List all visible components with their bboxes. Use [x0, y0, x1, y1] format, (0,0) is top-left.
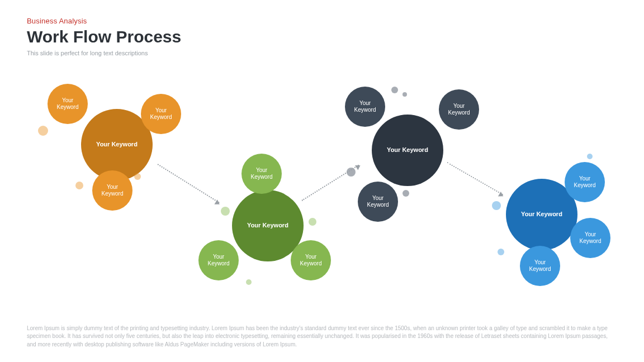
sat-label: YourKeyword — [354, 100, 376, 114]
dot-icon — [391, 87, 398, 93]
dot-icon — [492, 201, 501, 210]
cluster-blue-main: Your Keyword — [506, 179, 577, 250]
arrow-icon — [447, 162, 504, 195]
sat-label: YourKeyword — [150, 107, 172, 121]
sat-label: YourKeyword — [300, 254, 322, 268]
cluster-orange-main: Your Keyword — [81, 109, 153, 180]
cluster-blue-sat: YourKeyword — [570, 218, 610, 258]
cluster-blue-sat: YourKeyword — [520, 246, 560, 286]
dot-icon — [402, 190, 409, 197]
dot-icon — [309, 218, 316, 226]
category-label: Business Analysis — [27, 17, 617, 25]
sat-label: YourKeyword — [529, 259, 551, 273]
cluster-green-sat: YourKeyword — [291, 240, 331, 280]
dot-icon — [75, 182, 83, 189]
slide-header: Business Analysis Work Flow Process This… — [0, 0, 644, 56]
dot-icon — [498, 249, 504, 255]
footer-paragraph: Lorem Ipsum is simply dummy text of the … — [27, 325, 617, 349]
dot-icon — [246, 279, 252, 285]
dot-icon — [347, 168, 356, 177]
sat-label: YourKeyword — [574, 175, 596, 189]
cluster-green-sat: YourKeyword — [198, 240, 239, 280]
sat-label: YourKeyword — [367, 195, 389, 209]
cluster-orange-sat: YourKeyword — [141, 94, 181, 134]
arrow-icon — [157, 164, 219, 203]
cluster-navy-sat: YourKeyword — [439, 89, 479, 130]
cluster-green-main: Your Keyword — [232, 190, 304, 261]
sat-label: YourKeyword — [57, 97, 79, 111]
cluster-blue-sat: YourKeyword — [565, 162, 605, 202]
dot-icon — [38, 126, 48, 136]
sat-label: YourKeyword — [208, 254, 230, 268]
cluster-navy-sat: YourKeyword — [345, 87, 385, 127]
cluster-main-label: Your Keyword — [247, 222, 288, 230]
cluster-main-label: Your Keyword — [521, 211, 562, 218]
cluster-orange-sat: YourKeyword — [92, 170, 132, 211]
sat-label: YourKeyword — [251, 167, 273, 181]
slide-subtitle: This slide is perfect for long text desc… — [27, 50, 617, 56]
cluster-navy-sat: YourKeyword — [358, 182, 398, 222]
cluster-main-label: Your Keyword — [96, 141, 138, 149]
dot-icon — [221, 207, 230, 216]
cluster-green-sat: YourKeyword — [242, 154, 282, 194]
cluster-main-label: Your Keyword — [387, 146, 428, 154]
slide-title: Work Flow Process — [27, 27, 617, 46]
cluster-navy-main: Your Keyword — [372, 115, 443, 186]
sat-label: YourKeyword — [580, 231, 602, 245]
sat-label: YourKeyword — [102, 184, 124, 198]
dot-icon — [134, 173, 141, 180]
cluster-orange-sat: YourKeyword — [48, 84, 88, 124]
dot-icon — [587, 154, 593, 159]
dot-icon — [402, 92, 407, 97]
sat-label: YourKeyword — [448, 103, 470, 117]
arrow-icon — [301, 165, 359, 201]
